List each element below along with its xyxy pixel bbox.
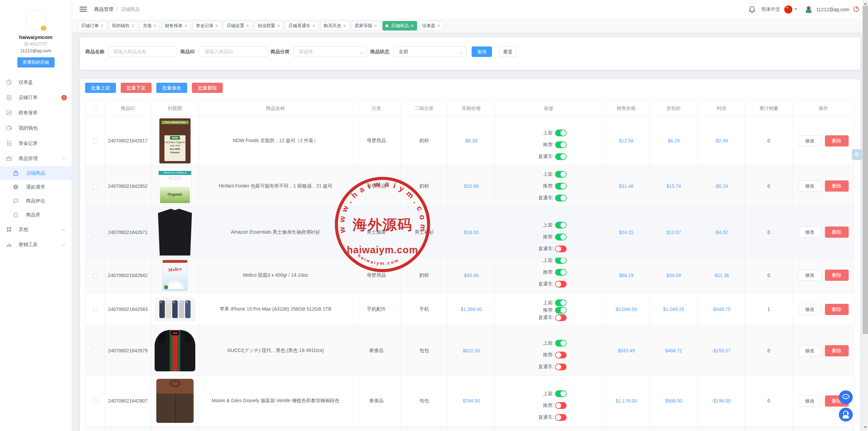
scroll-up-icon[interactable] xyxy=(864,2,867,4)
sidebar-item-4[interactable]: 资金记录 xyxy=(0,136,72,151)
row-checkbox[interactable] xyxy=(93,230,98,235)
delete-button[interactable]: 删除 xyxy=(825,135,849,146)
toggle-recommend[interactable] xyxy=(555,307,567,314)
toggle-direct-train[interactable] xyxy=(555,281,567,288)
delete-button[interactable]: 删除 xyxy=(825,270,849,281)
select-all-checkbox[interactable] xyxy=(93,106,98,111)
sidebar-item-7[interactable]: 退款请求 xyxy=(0,180,72,194)
logout-power-icon[interactable] xyxy=(853,6,860,13)
batch-button-1[interactable]: 批量下架 xyxy=(121,83,152,93)
sidebar-item-9[interactable]: 商品库 xyxy=(0,208,72,222)
tab-close-icon[interactable]: × xyxy=(343,23,347,28)
tab-店铺直通车[interactable]: 店铺直通车× xyxy=(285,21,318,31)
row-checkbox[interactable] xyxy=(93,349,98,353)
tab-店铺商品[interactable]: 店铺商品× xyxy=(382,21,417,31)
toggle-listed[interactable] xyxy=(555,171,567,178)
edit-button[interactable]: 修改 xyxy=(798,135,822,146)
sidebar-item-10[interactable]: 其他 xyxy=(0,222,72,237)
row-checkbox[interactable] xyxy=(93,399,98,404)
batch-button-2[interactable]: 批量修改 xyxy=(156,83,187,93)
toggle-recommend[interactable] xyxy=(555,402,567,409)
tab-充值[interactable]: 充值× xyxy=(140,21,160,31)
toggle-recommend[interactable] xyxy=(555,183,567,190)
toggle-listed[interactable] xyxy=(555,130,567,136)
tab-close-icon[interactable]: × xyxy=(312,23,315,28)
tab-资金记录[interactable]: 资金记录× xyxy=(193,21,221,31)
tab-店铺设置[interactable]: 店铺设置× xyxy=(223,21,252,31)
tab-close-icon[interactable]: × xyxy=(184,23,188,28)
sidebar-item-1[interactable]: 店铺订单1 xyxy=(0,90,72,105)
settings-gear-button[interactable]: ⚙ xyxy=(852,149,862,160)
sidebar-item-5[interactable]: 商品管理 xyxy=(0,151,72,166)
scroll-down-icon[interactable] xyxy=(864,427,867,429)
tab-close-icon[interactable]: × xyxy=(215,23,218,28)
tab-close-icon[interactable]: × xyxy=(374,23,377,28)
product-name-input[interactable]: 请输入商品名称 xyxy=(108,46,177,57)
toggle-listed[interactable] xyxy=(555,340,567,347)
toggle-direct-train[interactable] xyxy=(555,246,567,252)
chat-message-button[interactable] xyxy=(839,390,853,404)
sidebar-item-3[interactable]: 我的钱包 xyxy=(0,120,72,136)
toggle-listed[interactable] xyxy=(555,258,567,264)
toggle-direct-train[interactable] xyxy=(555,195,567,201)
toggle-recommend[interactable] xyxy=(555,352,567,358)
tab-店铺订单[interactable]: 店铺订单× xyxy=(78,21,107,31)
tab-我的钱包[interactable]: 我的钱包× xyxy=(109,21,138,31)
tab-close-icon[interactable]: × xyxy=(131,23,135,28)
language-label[interactable]: 简体中文 xyxy=(761,6,780,13)
user-email[interactable]: 11212@qq.com xyxy=(816,7,849,12)
sidebar-item-6[interactable]: 店铺商品 xyxy=(0,166,72,180)
view-shop-button[interactable]: 查看我的店铺 xyxy=(17,57,55,67)
row-checkbox[interactable] xyxy=(93,273,98,278)
edit-button[interactable]: 修改 xyxy=(798,304,822,315)
edit-button[interactable]: 修改 xyxy=(798,270,822,281)
profile-avatar[interactable] xyxy=(26,10,46,31)
tab-财务报表[interactable]: 财务报表× xyxy=(162,21,191,31)
customer-service-button[interactable] xyxy=(839,408,853,422)
edit-button[interactable]: 修改 xyxy=(798,227,822,238)
row-checkbox[interactable] xyxy=(93,307,98,312)
tab-卖家等级[interactable]: 卖家等级× xyxy=(352,21,380,31)
reset-button[interactable]: 重置 xyxy=(499,46,516,57)
bell-icon[interactable] xyxy=(749,6,755,13)
sidebar-item-2[interactable]: 财务报表 xyxy=(0,105,72,120)
tab-close-icon[interactable]: × xyxy=(277,23,280,28)
batch-button-3[interactable]: 批量删除 xyxy=(192,83,223,93)
delete-button[interactable]: 删除 xyxy=(825,304,849,315)
sidebar-item-0[interactable]: 仪表盘 xyxy=(0,75,72,90)
toggle-direct-train[interactable] xyxy=(555,364,567,370)
status-select[interactable]: 全部 xyxy=(393,46,467,57)
language-flag[interactable] xyxy=(784,5,797,14)
user-avatar[interactable] xyxy=(805,5,813,14)
toggle-listed[interactable] xyxy=(555,299,567,306)
product-id-input[interactable]: 请输入商品ID xyxy=(199,46,268,57)
toggle-recommend[interactable] xyxy=(555,269,567,276)
toggle-direct-train[interactable] xyxy=(555,153,567,160)
scrollbar[interactable] xyxy=(863,0,868,431)
sidebar-item-11[interactable]: 营销工具 xyxy=(0,237,72,252)
delete-button[interactable]: 删除 xyxy=(825,345,849,356)
edit-button[interactable]: 修改 xyxy=(798,395,822,407)
tab-close-icon[interactable]: × xyxy=(100,23,104,28)
tab-仪表盘[interactable]: 仪表盘× xyxy=(419,21,443,31)
query-button[interactable]: 查询 xyxy=(472,46,492,57)
category-select[interactable]: 请选择 xyxy=(293,46,367,57)
tab-购买历史[interactable]: 购买历史× xyxy=(321,21,350,31)
toggle-direct-train[interactable] xyxy=(555,314,567,321)
tab-close-icon[interactable]: × xyxy=(411,23,414,28)
tab-创业联盟[interactable]: 创业联盟× xyxy=(254,21,283,31)
scrollbar-thumb[interactable] xyxy=(863,6,868,334)
tab-close-icon[interactable]: × xyxy=(246,23,249,28)
toggle-listed[interactable] xyxy=(555,222,567,229)
toggle-recommend[interactable] xyxy=(555,141,567,148)
toggle-listed[interactable] xyxy=(555,390,567,397)
delete-button[interactable]: 删除 xyxy=(825,180,849,192)
batch-button-0[interactable]: 批量上架 xyxy=(85,83,116,93)
tab-close-icon[interactable]: × xyxy=(437,23,440,28)
sidebar-item-8[interactable]: 商品评论 xyxy=(0,194,72,208)
breadcrumb-item-1[interactable]: 商品管理 xyxy=(94,6,113,13)
edit-button[interactable]: 修改 xyxy=(798,180,822,192)
tab-close-icon[interactable]: × xyxy=(153,23,157,28)
toggle-direct-train[interactable] xyxy=(555,414,567,421)
row-checkbox[interactable] xyxy=(93,184,98,189)
